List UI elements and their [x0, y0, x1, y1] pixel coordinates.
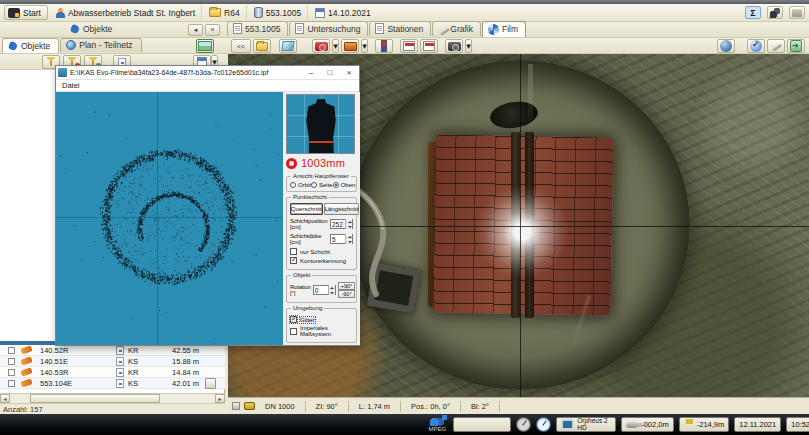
rotate-plus90-button[interactable]: +90° — [338, 282, 356, 290]
pointcloud-view[interactable] — [56, 92, 283, 345]
grid-line — [56, 217, 283, 218]
row-checkbox[interactable] — [8, 358, 15, 365]
confirm-button[interactable] — [747, 39, 765, 53]
ansicht-group: Ansicht Hauptfenster Orbit Seite Oben — [286, 176, 357, 192]
minimize-button[interactable]: – — [303, 67, 319, 79]
row-id: 140.52R — [40, 346, 82, 355]
scroll-left-arrow[interactable]: ◂ — [0, 394, 10, 403]
dialog-icon — [58, 68, 67, 77]
edit-button[interactable] — [767, 39, 785, 53]
horizontal-scrollbar[interactable]: ◂ ▸ — [0, 393, 225, 403]
ribbon-row-context: Start Abwasserbetrieb Stadt St. Ingbert … — [0, 4, 809, 22]
distance1-readout: -002,0m — [621, 417, 674, 432]
laengsschnitt-button[interactable]: Längsschnitt — [324, 203, 360, 215]
radio-seite[interactable]: Seite — [311, 182, 333, 188]
dialog-sidebar: 1003mm Ansicht Hauptfenster Orbit Seite … — [283, 92, 360, 345]
monitor-dropdown[interactable]: ▾ — [361, 39, 368, 53]
monitor-orange-button[interactable] — [341, 39, 359, 53]
expand-right-button[interactable]: » — [205, 24, 220, 36]
table-row[interactable]: 140.51E KS 15.88 m — [0, 356, 225, 367]
gauge-blue-icon[interactable] — [536, 417, 551, 432]
start-button[interactable]: Start — [4, 5, 48, 20]
spin-down[interactable] — [346, 224, 352, 229]
monitor-icon — [561, 419, 574, 430]
close-button[interactable]: × — [341, 67, 357, 79]
photo-camera-icon — [448, 42, 461, 51]
quickcheck-button[interactable] — [767, 6, 783, 19]
row-checkbox[interactable] — [8, 347, 15, 354]
measure-button[interactable] — [375, 39, 393, 53]
marker-icon — [20, 356, 32, 365]
rotation-label: Rotation [°] — [290, 284, 311, 296]
querschnitt-button[interactable]: Querschnitt — [290, 203, 323, 215]
table-row[interactable]: 140.53R KR 14.84 m — [0, 367, 225, 378]
sigma-icon: Σ — [748, 8, 758, 18]
tab-grafik[interactable]: Grafik — [432, 21, 481, 36]
nur-schicht-checkbox[interactable]: nur Schicht — [290, 248, 353, 255]
imperial-checkbox[interactable]: Imperiales Maßsystem — [290, 325, 353, 337]
collapse-panel-button[interactable]: << — [231, 39, 251, 53]
row-checkbox[interactable] — [8, 380, 15, 387]
table-scroll-button[interactable] — [205, 378, 216, 389]
status-menu-icon[interactable] — [232, 402, 240, 410]
radio-orbit[interactable]: Orbit — [290, 182, 311, 188]
collapse-left-button[interactable]: ◂ — [188, 24, 203, 36]
date-item[interactable]: 14.10.2021 — [312, 5, 377, 20]
umgebung-group: Umgebung Gitter Imperiales Maßsystem — [286, 308, 357, 343]
camera-dropdown[interactable]: ▾ — [332, 39, 339, 53]
report-icon — [116, 368, 124, 377]
snapshot-dropdown[interactable]: ▾ — [465, 39, 472, 53]
sphere-view-button[interactable] — [717, 39, 735, 53]
film-cut-button[interactable] — [400, 39, 418, 53]
table-row[interactable]: 553.104E KS 42.01 m — [0, 378, 225, 389]
project-item[interactable]: R64 — [206, 5, 247, 20]
check-icon — [750, 40, 762, 52]
snapshot-button[interactable] — [445, 39, 463, 53]
maximize-button[interactable]: □ — [322, 67, 338, 79]
wet-streak — [528, 64, 533, 134]
radio-oben[interactable]: Oben — [333, 182, 356, 188]
open-folder-button[interactable] — [253, 39, 271, 53]
film-frame-icon — [403, 41, 415, 51]
tab-objekte[interactable]: Objekte — [2, 38, 59, 53]
scroll-thumb[interactable] — [30, 394, 160, 403]
scroll-right-arrow[interactable]: ▸ — [215, 394, 225, 403]
tab-film[interactable]: Film — [482, 21, 526, 37]
schichtdicke-spinner[interactable]: 5 — [330, 234, 353, 244]
codec-label: MPEG — [429, 426, 447, 432]
film-mark-button[interactable] — [420, 39, 438, 53]
status-length: L: 1,74 m — [353, 402, 396, 411]
screen-icon — [344, 42, 357, 51]
app-icon — [8, 8, 20, 18]
row-id: 140.53R — [40, 368, 82, 377]
image-view-button[interactable] — [196, 39, 214, 53]
import-button[interactable] — [787, 39, 805, 53]
gitter-checkbox[interactable]: Gitter — [290, 316, 353, 323]
camera-red-button[interactable] — [312, 39, 330, 53]
rotate-minus90-button[interactable]: -90° — [338, 290, 356, 298]
manhole-icon — [254, 7, 263, 18]
tab-553-1005[interactable]: 553.1005 — [227, 21, 288, 36]
tab-untersuchung[interactable]: Untersuchung — [289, 21, 368, 36]
report-icon — [116, 357, 124, 366]
stamp-button[interactable] — [789, 6, 805, 19]
sum-button[interactable]: Σ — [745, 6, 761, 19]
gauge-icon[interactable] — [516, 417, 531, 432]
tab-stationen[interactable]: Stationen — [369, 21, 431, 36]
object-item[interactable]: 553.1005 — [251, 5, 308, 20]
dialog-titlebar[interactable]: E:\IKAS Evo-Filme\ba34fa23-64de-487f-b3d… — [56, 66, 359, 80]
table-row[interactable]: 140.52R KR 42.55 m — [0, 345, 225, 356]
row-checkbox[interactable] — [8, 369, 15, 376]
tab-plan-teilnetz[interactable]: Plan - Teilnetz — [60, 38, 141, 52]
organisation-item[interactable]: Abwasserbetrieb Stadt St. Ingbert — [52, 5, 202, 20]
count-statusbar: Anzahl: 157 — [0, 403, 225, 414]
spin-down[interactable] — [346, 239, 352, 244]
spin-down[interactable] — [329, 290, 335, 295]
schichtposition-spinner[interactable]: 252 — [330, 219, 353, 229]
rotation-spinner[interactable]: 0 — [313, 285, 336, 295]
menu-datei[interactable]: Datei — [62, 81, 80, 90]
konturerkennung-checkbox[interactable]: Konturerkennung — [290, 257, 353, 264]
map-button[interactable] — [279, 39, 297, 53]
row-code: KS — [128, 379, 172, 388]
profile-thumbnail[interactable] — [286, 94, 355, 154]
